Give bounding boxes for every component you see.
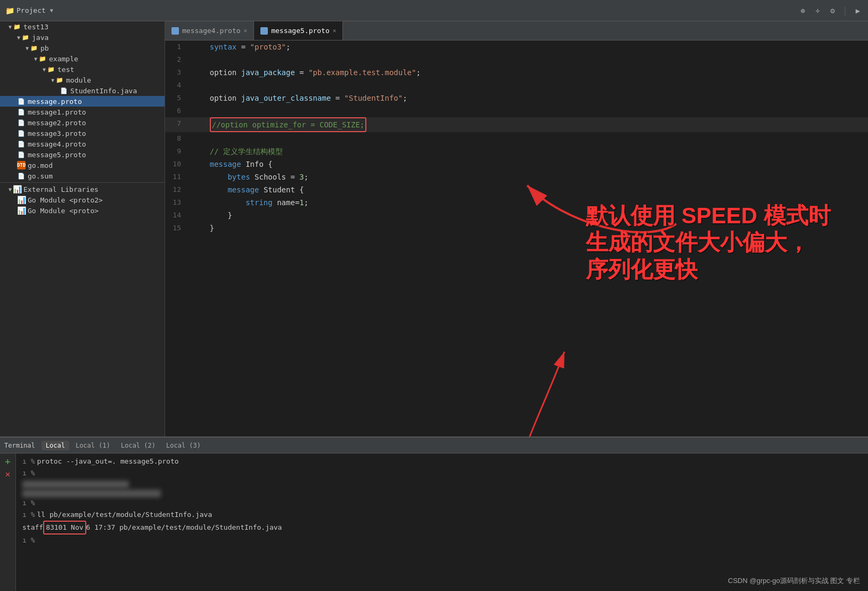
sidebar-item-pb[interactable]: ▼ 📁 pb bbox=[0, 43, 165, 53]
sidebar-item-message5-proto[interactable]: 📄 message5.proto bbox=[0, 149, 165, 160]
sidebar-item-go-proto[interactable]: 📊 Go Module <proto> bbox=[0, 205, 165, 216]
triangle-icon: ▼ bbox=[9, 24, 12, 30]
split-icon[interactable]: ÷ bbox=[813, 6, 822, 15]
sidebar-item-example[interactable]: ▼ 📁 example bbox=[0, 53, 165, 64]
globe-icon[interactable]: ⊕ bbox=[798, 6, 807, 15]
proto-file-icon: 📄 bbox=[17, 140, 26, 148]
java-file-icon: 📄 bbox=[60, 86, 68, 95]
sidebar-item-gomod[interactable]: DTD go.mod bbox=[0, 160, 165, 171]
terminal-tab-local3[interactable]: Local (3) bbox=[162, 441, 205, 450]
close-terminal-button[interactable]: ✕ bbox=[5, 469, 11, 479]
terminal-content[interactable]: ı % protoc --java_out=. message5.proto ı… bbox=[16, 454, 868, 591]
line-number: 3 bbox=[165, 66, 192, 79]
tabs-bar: message4.proto ✕ message5.proto ✕ bbox=[165, 21, 868, 41]
folder-icon: 📁 bbox=[38, 54, 47, 63]
terminal-header: Terminal Local Local (1) Local (2) Local… bbox=[0, 438, 868, 454]
folder-icon: 📁 bbox=[21, 33, 30, 42]
terminal-label: Terminal bbox=[4, 442, 35, 449]
sidebar-item-external-libs[interactable]: ▼ 📊 External Libraries bbox=[0, 184, 165, 195]
sidebar-label: go.mod bbox=[28, 161, 53, 169]
terminal-line-blur2 bbox=[22, 488, 862, 497]
sidebar-item-go-proto2[interactable]: 📊 Go Module <proto2> bbox=[0, 195, 165, 205]
terminal-tabs: Local Local (1) Local (2) Local (3) bbox=[42, 441, 205, 450]
sidebar-label: example bbox=[49, 55, 78, 63]
sidebar-label: StudentInfo.java bbox=[70, 87, 137, 95]
tab-label: message4.proto bbox=[182, 27, 241, 35]
code-content: option java_package = "pb.example.test.m… bbox=[192, 66, 868, 79]
line-number: 6 bbox=[165, 104, 192, 117]
line-number: 10 bbox=[165, 158, 192, 171]
tab-message4[interactable]: message4.proto ✕ bbox=[165, 21, 254, 40]
terminal-tab-local[interactable]: Local bbox=[42, 441, 69, 450]
sidebar-item-message1-proto[interactable]: 📄 message1.proto bbox=[0, 107, 165, 117]
folder-icon: 📁 bbox=[30, 44, 38, 52]
sidebar-label: test bbox=[58, 66, 74, 74]
terminal-line-4: ı % ll pb/example/test/module/StudentInf… bbox=[22, 509, 862, 521]
divider-icon: | bbox=[842, 5, 848, 15]
sidebar-label: External Libraries bbox=[23, 185, 99, 193]
sidebar-label: java bbox=[32, 34, 48, 42]
code-line-9: 9 // 定义学生结构模型 bbox=[165, 145, 868, 158]
line-number: 5 bbox=[165, 92, 192, 104]
terminal-sidebar: + ✕ bbox=[0, 454, 16, 591]
sidebar-item-message-proto[interactable]: 📄 message.proto bbox=[0, 96, 165, 107]
gear-icon[interactable]: ⚙ bbox=[828, 6, 837, 15]
term-staff: staff bbox=[22, 522, 43, 533]
term-prompt: ı % bbox=[22, 509, 35, 521]
sidebar-item-message4-proto[interactable]: 📄 message4.proto bbox=[0, 139, 165, 149]
tab-message5[interactable]: message5.proto ✕ bbox=[254, 21, 343, 40]
proto-icon bbox=[260, 27, 268, 35]
run-icon[interactable]: ▶ bbox=[853, 6, 863, 15]
project-label: 📁 Project ▼ bbox=[5, 6, 53, 15]
tab-close-icon[interactable]: ✕ bbox=[244, 27, 248, 34]
sidebar-label: message4.proto bbox=[28, 140, 86, 148]
sidebar-item-test13[interactable]: ▼ 📁 test13 bbox=[0, 21, 165, 32]
line-number: 7 bbox=[165, 117, 192, 130]
folder-icon: 📁 bbox=[47, 65, 55, 74]
code-line-2: 2 bbox=[165, 53, 868, 66]
go-module-icon: 📊 bbox=[17, 206, 26, 215]
code-content: syntax = "proto3"; bbox=[192, 41, 868, 53]
proto-file-icon: 📄 bbox=[17, 129, 26, 137]
code-content: //option optimize_for = CODE_SIZE; bbox=[192, 117, 868, 132]
folder-icon: 📁 bbox=[13, 22, 21, 31]
terminal-line-6: ı % bbox=[22, 535, 862, 546]
sidebar-label: Go Module <proto2> bbox=[28, 196, 103, 204]
sidebar-label: message3.proto bbox=[28, 129, 86, 137]
sidebar-label: message2.proto bbox=[28, 119, 86, 127]
terminal-area: Terminal Local Local (1) Local (2) Local… bbox=[0, 436, 868, 591]
code-line-6: 6 bbox=[165, 104, 868, 117]
line-number: 8 bbox=[165, 132, 192, 145]
term-prompt: ı % bbox=[22, 467, 35, 479]
line-number: 4 bbox=[165, 79, 192, 92]
sidebar-item-test[interactable]: ▼ 📁 test bbox=[0, 64, 165, 75]
code-line-8: 8 bbox=[165, 132, 868, 145]
divider bbox=[0, 182, 165, 183]
sidebar-item-studentinfo[interactable]: 📄 StudentInfo.java bbox=[0, 85, 165, 96]
terminal-tab-local2[interactable]: Local (2) bbox=[117, 441, 160, 450]
sidebar-item-module[interactable]: ▼ 📁 module bbox=[0, 75, 165, 85]
sidebar-item-java[interactable]: ▼ 📁 java bbox=[0, 32, 165, 43]
code-content: bytes Schools = 3; bbox=[192, 171, 868, 183]
top-bar: 📁 Project ▼ ⊕ ÷ ⚙ | ▶ bbox=[0, 0, 868, 21]
sidebar-item-message3-proto[interactable]: 📄 message3.proto bbox=[0, 128, 165, 139]
terminal-tab-local1[interactable]: Local (1) bbox=[71, 441, 114, 450]
term-rest: 6 17:37 pb/example/test/module/StudentIn… bbox=[86, 522, 282, 533]
tab-close-icon[interactable]: ✕ bbox=[333, 27, 337, 34]
code-content: message Info { bbox=[192, 158, 868, 171]
gomod-file-icon: DTD bbox=[17, 161, 26, 169]
annotation-text: 默认使用 SPEED 模式时 生成的文件大小偏大， 序列化更快 bbox=[586, 203, 831, 283]
line-number: 14 bbox=[165, 209, 192, 222]
sidebar-label: message.proto bbox=[28, 98, 82, 106]
proto-file-icon: 📄 bbox=[17, 118, 26, 127]
code-content: message Student { bbox=[192, 183, 868, 196]
sidebar-label: go.sum bbox=[28, 172, 53, 180]
proto-file-icon: 📄 bbox=[17, 97, 26, 106]
code-line-5: 5 option java_outer_classname = "Student… bbox=[165, 92, 868, 104]
add-terminal-button[interactable]: + bbox=[5, 456, 11, 467]
code-line-4: 4 bbox=[165, 79, 868, 92]
dropdown-arrow[interactable]: ▼ bbox=[50, 7, 53, 13]
sidebar-item-gosum[interactable]: 📄 go.sum bbox=[0, 171, 165, 181]
sidebar-item-message2-proto[interactable]: 📄 message2.proto bbox=[0, 117, 165, 128]
line-number: 15 bbox=[165, 222, 192, 234]
